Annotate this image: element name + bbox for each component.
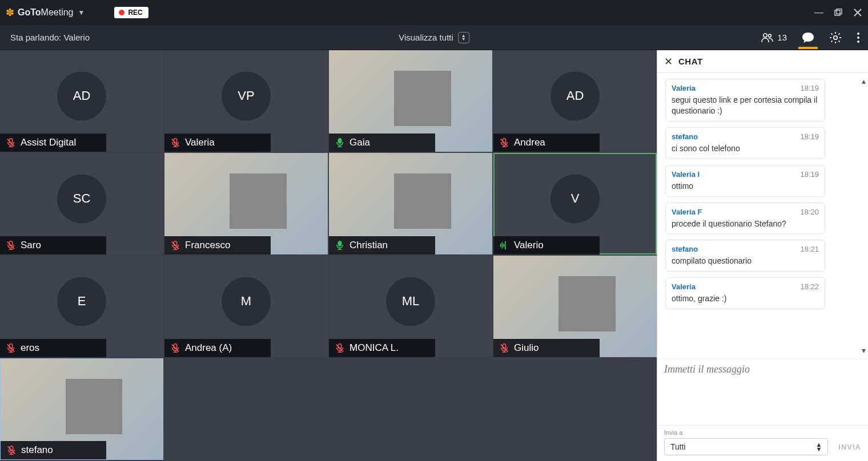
avatar-initials: M [222, 277, 271, 326]
participant-tile[interactable]: ADAndrea [493, 50, 657, 152]
now-speaking: Sta parlando: Valerio [10, 33, 90, 42]
participant-count: 13 [777, 33, 787, 42]
chat-message: Valeria I18:19ottimo [665, 165, 825, 197]
participant-tile[interactable]: ADAssist Digital [0, 50, 163, 152]
svg-rect-1 [837, 9, 842, 14]
message-body: ottimo, grazie :) [672, 293, 819, 304]
up-down-arrows-icon: ▲▼ [458, 32, 469, 43]
mic-icon [335, 343, 345, 353]
participant-tile[interactable]: Christian [329, 153, 492, 254]
chat-input-area [657, 358, 868, 425]
participant-name: Assist Digital [21, 137, 76, 148]
message-sender: stefano [672, 245, 698, 253]
send-button[interactable]: INVIA [838, 443, 861, 451]
mic-icon [335, 138, 345, 148]
chat-icon [802, 32, 814, 43]
chat-message: stefano18:21compilato questionario [665, 240, 825, 272]
svg-rect-0 [835, 10, 840, 15]
chat-close-button[interactable]: ✕ [664, 55, 673, 68]
participant-name: Andrea (A) [185, 342, 232, 354]
chat-footer: Invia a Tutti ▲▼ INVIA [657, 425, 868, 461]
close-button[interactable] [853, 8, 862, 17]
message-body: compilato questionario [672, 256, 819, 266]
mic-icon [6, 445, 17, 455]
mic-icon [499, 138, 509, 148]
svg-point-17 [857, 41, 859, 43]
people-icon [761, 33, 774, 43]
scroll-up-icon[interactable]: ▴ [862, 76, 866, 86]
brand-name-light: Meeting [41, 7, 74, 17]
message-body: procede il questionario Stefano? [672, 219, 819, 229]
participant-name: stefano [21, 444, 53, 456]
participant-tile[interactable]: VValerio [493, 153, 657, 254]
view-switcher[interactable]: Visualizza tutti ▲▼ [399, 32, 469, 43]
chat-messages[interactable]: ▴ ▾ Valeria18:19segui questo link e per … [657, 73, 868, 358]
participant-name-bar: Andrea [493, 134, 600, 152]
message-time: 18:19 [800, 132, 819, 141]
speaking-prefix: Sta parlando: [10, 33, 63, 42]
participant-tile[interactable]: MLMONICA L. [329, 256, 492, 357]
video-grid: ADAssist DigitalVPValeriaGaiaADAndreaSCS… [0, 50, 657, 461]
brand-menu[interactable]: ✽ GoToMeeting ▼ [6, 6, 85, 19]
participant-name: Christian [349, 240, 388, 251]
participant-name-bar: stefano [1, 441, 106, 459]
record-label: REC [128, 9, 142, 17]
minimize-button[interactable]: ― [814, 8, 823, 17]
svg-point-16 [857, 37, 859, 39]
message-sender: Valeria F [672, 208, 702, 216]
record-dot-icon [119, 10, 124, 15]
avatar-initials: SC [57, 174, 106, 223]
maximize-button[interactable] [834, 8, 843, 17]
participant-name-bar: Saro [0, 236, 106, 254]
message-sender: Valeria [672, 282, 696, 291]
window-controls: ― [814, 8, 862, 17]
mic-icon [499, 343, 509, 353]
participant-name-bar: Giulio [493, 339, 600, 357]
participant-name-bar: Valeria [164, 134, 271, 152]
mic-icon [170, 138, 180, 148]
svg-point-4 [763, 33, 767, 37]
more-button[interactable] [857, 32, 860, 43]
participant-name: Valerio [514, 240, 544, 251]
message-body: segui questo link e per cortesia compila… [672, 95, 819, 116]
participant-name: Valeria [185, 137, 215, 148]
chat-button[interactable] [802, 32, 814, 43]
gear-icon [829, 31, 842, 44]
message-sender: stefano [672, 132, 698, 141]
avatar-initials: E [57, 277, 106, 326]
meeting-toolbar: Sta parlando: Valerio Visualizza tutti ▲… [0, 25, 868, 50]
participant-tile[interactable]: MAndrea (A) [164, 256, 328, 357]
settings-button[interactable] [829, 31, 842, 44]
participant-tile[interactable]: Gaia [329, 50, 492, 152]
participant-tile[interactable]: SCSaro [0, 153, 163, 254]
participant-tile[interactable]: stefano [0, 358, 163, 460]
message-time: 18:21 [800, 245, 819, 253]
scroll-down-icon[interactable]: ▾ [862, 346, 866, 355]
mic-icon [335, 240, 345, 250]
send-to-value: Tutti [670, 442, 686, 451]
participant-name-bar: Andrea (A) [164, 339, 271, 357]
avatar-initials: V [550, 174, 600, 223]
participant-tile[interactable]: Eeros [0, 256, 163, 357]
participant-name-bar: eros [0, 339, 106, 357]
record-button[interactable]: REC [114, 7, 148, 18]
participants-button[interactable]: 13 [761, 33, 787, 43]
participant-name-bar: Valerio [493, 236, 600, 254]
svg-line-14 [831, 41, 833, 42]
svg-point-15 [857, 33, 859, 35]
send-to-label: Invia a [664, 429, 861, 436]
message-time: 18:20 [800, 208, 819, 216]
message-time: 18:19 [800, 84, 819, 92]
participant-tile[interactable]: Francesco [164, 153, 328, 254]
speaking-name: Valerio [63, 33, 90, 42]
chat-title: CHAT [678, 56, 703, 66]
participant-tile[interactable]: VPValeria [164, 50, 328, 152]
participant-tile[interactable]: Giulio [493, 256, 657, 357]
message-time: 18:22 [800, 282, 819, 291]
video-placeholder [66, 379, 122, 434]
send-to-select[interactable]: Tutti ▲▼ [664, 438, 828, 455]
message-body: ci sono col telefono [672, 143, 819, 154]
chat-input[interactable] [664, 363, 861, 420]
brand-logo-icon: ✽ [6, 6, 14, 19]
maximize-icon [834, 9, 842, 17]
